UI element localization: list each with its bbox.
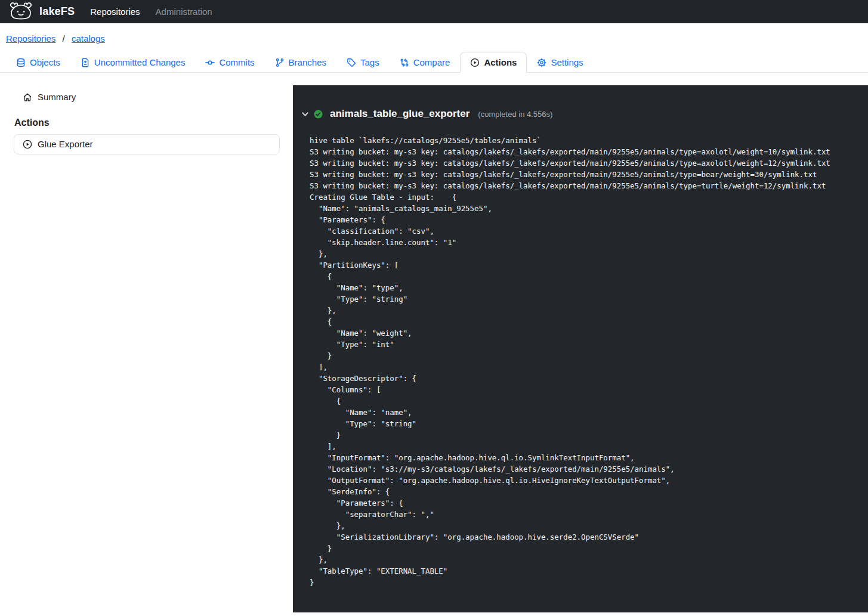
tab-tags[interactable]: Tags — [336, 52, 390, 73]
tab-uncommitted-changes[interactable]: Uncommitted Changes — [70, 52, 196, 73]
file-diff-icon — [81, 58, 90, 67]
tab-branches[interactable]: Branches — [265, 52, 336, 73]
actions-sidebar: Summary Actions Glue Exporter — [0, 85, 293, 612]
run-header-toggle[interactable]: animals_table_glue_exporter (completed i… — [293, 85, 868, 120]
lakefs-axolotl-logo-icon — [7, 2, 35, 22]
breadcrumb-link-repositories[interactable]: Repositories — [6, 33, 55, 44]
breadcrumb-link-catalogs[interactable]: catalogs — [72, 33, 105, 44]
summary-label: Summary — [38, 92, 76, 102]
tab-compare[interactable]: Compare — [390, 52, 461, 73]
brand-text: lakeFS — [39, 5, 75, 18]
sidebar-item-glue-exporter[interactable]: Glue Exporter — [14, 134, 280, 154]
tab-label: Compare — [413, 57, 450, 67]
breadcrumb: Repositories / catalogs — [6, 33, 868, 44]
chevron-down-icon[interactable] — [301, 110, 309, 118]
sidebar-item-summary[interactable]: Summary — [14, 90, 76, 104]
tab-label: Branches — [289, 57, 326, 67]
gear-icon — [537, 58, 546, 67]
nav-item-repositories[interactable]: Repositories — [90, 7, 140, 17]
commit-icon — [205, 58, 215, 67]
action-run-panel: animals_table_glue_exporter (completed i… — [293, 85, 868, 612]
play-circle-icon — [23, 140, 32, 149]
content-area: Summary Actions Glue Exporter animals_ta… — [0, 85, 868, 612]
breadcrumb-separator: / — [63, 33, 65, 44]
tab-label: Actions — [484, 57, 517, 67]
top-navbar: lakeFS Repositories Administration — [0, 0, 868, 23]
play-circle-icon — [470, 58, 480, 67]
brand-link[interactable]: lakeFS — [7, 2, 75, 22]
database-icon — [16, 58, 26, 67]
git-branch-icon — [275, 58, 285, 67]
tab-settings[interactable]: Settings — [527, 52, 593, 73]
tab-objects[interactable]: Objects — [6, 52, 70, 73]
tab-label: Uncommitted Changes — [94, 57, 186, 67]
repo-tab-bar: Objects Uncommitted Changes Commits Bran… — [0, 52, 868, 73]
tab-label: Settings — [551, 57, 583, 67]
run-log-output: hive table `lakefs://catalogs/9255e5/tab… — [293, 135, 868, 600]
tab-label: Objects — [30, 57, 60, 67]
run-duration-note: (completed in 4.556s) — [478, 110, 552, 119]
success-check-icon — [314, 110, 323, 119]
action-item-label: Glue Exporter — [38, 139, 93, 149]
tab-label: Commits — [219, 57, 254, 67]
tab-commits[interactable]: Commits — [195, 52, 264, 73]
actions-heading: Actions — [14, 117, 280, 128]
tab-label: Tags — [360, 57, 379, 67]
nav-item-administration[interactable]: Administration — [156, 7, 212, 17]
tag-icon — [347, 58, 356, 67]
run-title: animals_table_glue_exporter — [330, 108, 469, 120]
tab-actions[interactable]: Actions — [460, 52, 527, 73]
git-compare-icon — [400, 58, 409, 67]
home-icon — [23, 92, 32, 102]
